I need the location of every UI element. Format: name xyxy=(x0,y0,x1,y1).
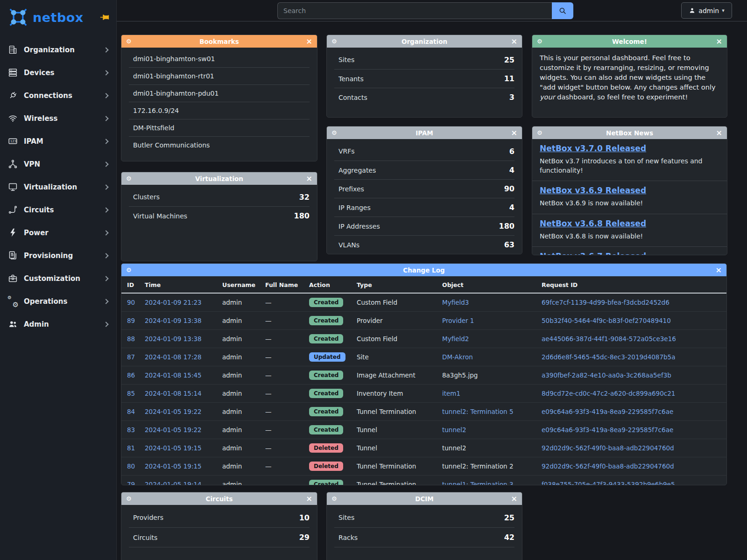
pin-sidebar-icon[interactable] xyxy=(99,12,110,22)
changelog-object-link[interactable]: Myfield3 xyxy=(442,299,469,306)
bookmark-item[interactable]: DM-Pittsfield xyxy=(129,119,310,136)
sidebar-item-vpn[interactable]: VPN xyxy=(0,153,116,175)
changelog-request-link[interactable]: 2d6d6e8f-5465-45dc-8ec3-2019d4087b5a xyxy=(542,353,675,361)
stat-row[interactable]: Aggregates4 xyxy=(334,161,514,179)
sidebar-item-virtualization[interactable]: Virtualization xyxy=(0,175,116,198)
stat-row[interactable] xyxy=(129,547,310,560)
changelog-id-link[interactable]: 87 xyxy=(127,353,135,361)
close-icon[interactable]: × xyxy=(306,495,312,503)
gear-icon[interactable]: ⚙ xyxy=(331,496,337,502)
changelog-id-link[interactable]: 90 xyxy=(127,299,135,306)
netbox-logo-icon[interactable] xyxy=(7,7,29,28)
changelog-id-link[interactable]: 86 xyxy=(127,371,135,379)
changelog-request-link[interactable]: 50b32f40-5464-4f9c-b83f-0ef270489410 xyxy=(542,317,671,324)
sidebar-item-operations[interactable]: ⚙⚙ Operations xyxy=(0,290,116,313)
changelog-time-link[interactable]: 2024-01-09 21:23 xyxy=(145,299,202,306)
sidebar-item-wireless[interactable]: Wireless xyxy=(0,107,116,130)
stat-row[interactable]: Circuits29 xyxy=(129,527,310,547)
search-button[interactable] xyxy=(552,2,573,19)
close-icon[interactable]: × xyxy=(716,38,722,45)
gear-icon[interactable]: ⚙ xyxy=(537,38,543,44)
changelog-id-link[interactable]: 85 xyxy=(127,390,135,397)
changelog-time-link[interactable]: 2024-01-09 13:38 xyxy=(145,335,202,343)
stat-row[interactable]: Virtual Machines180 xyxy=(129,206,310,225)
news-link[interactable]: NetBox v3.6.8 Released xyxy=(540,219,646,228)
close-icon[interactable]: × xyxy=(306,38,312,45)
sidebar-item-provisioning[interactable]: Provisioning xyxy=(0,244,116,267)
sidebar-item-admin[interactable]: Admin xyxy=(0,313,116,336)
stat-row[interactable]: Prefixes90 xyxy=(334,179,514,198)
sidebar-item-connections[interactable]: Connections xyxy=(0,84,116,107)
changelog-request-link[interactable]: 69fce7cf-1139-4d99-bfea-f3dcbd2452d6 xyxy=(542,299,669,306)
changelog-request-link[interactable]: 92d02d9c-562f-49f0-baa8-adb22904760d xyxy=(542,444,674,452)
close-icon[interactable]: × xyxy=(716,266,722,274)
user-menu-button[interactable]: admin ▾ xyxy=(681,2,732,19)
changelog-id-link[interactable]: 83 xyxy=(127,426,135,434)
gear-icon[interactable]: ⚙ xyxy=(126,267,132,273)
changelog-time-link[interactable]: 2024-01-05 19:14 xyxy=(145,481,202,485)
changelog-time-link[interactable]: 2024-01-08 15:14 xyxy=(145,390,202,397)
bookmark-item[interactable]: dmi01-binghamton-rtr01 xyxy=(129,67,310,84)
changelog-id-link[interactable]: 88 xyxy=(127,335,135,343)
changelog-id-link[interactable]: 80 xyxy=(127,462,135,470)
changelog-time-link[interactable]: 2024-01-05 19:15 xyxy=(145,462,202,470)
changelog-time-link[interactable]: 2024-01-05 19:15 xyxy=(145,444,202,452)
stat-row[interactable]: VRFs6 xyxy=(334,142,514,161)
stat-row[interactable] xyxy=(334,547,514,560)
changelog-id-link[interactable]: 79 xyxy=(127,481,135,485)
news-link[interactable]: NetBox v3.6.9 Released xyxy=(540,186,646,195)
changelog-request-link[interactable]: 92d02d9c-562f-49f0-baa8-adb22904760d xyxy=(542,462,674,470)
changelog-request-link[interactable]: f038e755-705e-47f3-9433-5392b9e6b9e5 xyxy=(542,481,675,485)
stat-row[interactable]: Racks42 xyxy=(334,527,514,547)
stat-row[interactable]: Sites25 xyxy=(334,508,514,527)
sidebar-item-organization[interactable]: Organization xyxy=(0,38,116,61)
changelog-object-link[interactable]: Provider 1 xyxy=(442,317,474,324)
bookmark-item[interactable]: 172.16.0.9/24 xyxy=(129,102,310,119)
stat-row[interactable]: Providers10 xyxy=(129,508,310,527)
changelog-object-link[interactable]: tunnel1: Termination 3 xyxy=(442,481,514,485)
sidebar-item-ipam[interactable]: 123 IPAM xyxy=(0,130,116,153)
changelog-object-link[interactable]: tunnel2: Termination 5 xyxy=(442,408,514,415)
close-icon[interactable]: × xyxy=(511,38,517,45)
search-input[interactable] xyxy=(277,2,552,19)
stat-row[interactable]: IP Addresses180 xyxy=(334,217,514,235)
sidebar-item-circuits[interactable]: Circuits xyxy=(0,198,116,221)
changelog-time-link[interactable]: 2024-01-05 19:22 xyxy=(145,408,202,415)
stat-row[interactable]: VLANs63 xyxy=(334,235,514,254)
sidebar-item-devices[interactable]: Devices xyxy=(0,61,116,84)
changelog-request-link[interactable]: a390fbef-2a82-4e10-aa0a-3c268aa5ef3b xyxy=(542,371,671,379)
changelog-object-link[interactable]: 8a3gh5.jpg xyxy=(442,371,478,379)
changelog-object-link[interactable]: tunnel2: Termination 2 xyxy=(442,462,514,470)
close-icon[interactable]: × xyxy=(306,175,312,182)
stat-row[interactable]: Clusters32 xyxy=(129,188,310,206)
close-icon[interactable]: × xyxy=(716,129,722,137)
stat-row[interactable]: IP Ranges4 xyxy=(334,198,514,217)
changelog-object-link[interactable]: tunnel2 xyxy=(442,426,466,434)
changelog-object-link[interactable]: Myfield2 xyxy=(442,335,469,343)
changelog-request-link[interactable]: e09c64a6-93f3-419a-8ea9-229585f7c6ae xyxy=(542,408,673,415)
gear-icon[interactable]: ⚙ xyxy=(126,175,132,182)
changelog-request-link[interactable]: e09c64a6-93f3-419a-8ea9-229585f7c6ae xyxy=(542,426,673,434)
gear-icon[interactable]: ⚙ xyxy=(537,130,543,136)
close-icon[interactable]: × xyxy=(511,129,517,137)
bookmark-item[interactable]: Butler Communications xyxy=(129,136,310,154)
changelog-object-link[interactable]: tunnel2 xyxy=(442,444,466,452)
close-icon[interactable]: × xyxy=(511,495,517,503)
changelog-request-link[interactable]: 8d9cd72e-cd0c-47c2-a620-dc899a690c21 xyxy=(542,390,675,397)
stat-row[interactable]: Contacts3 xyxy=(334,88,514,106)
changelog-id-link[interactable]: 89 xyxy=(127,317,135,324)
gear-icon[interactable]: ⚙ xyxy=(331,130,337,136)
bookmark-item[interactable]: dmi01-binghamton-pdu01 xyxy=(129,84,310,102)
changelog-object-link[interactable]: DM-Akron xyxy=(442,353,473,361)
news-link[interactable]: NetBox v3.6.7 Released xyxy=(540,252,646,255)
changelog-time-link[interactable]: 2024-01-08 17:28 xyxy=(145,353,202,361)
sidebar-item-power[interactable]: Power xyxy=(0,221,116,244)
changelog-request-link[interactable]: ae445066-387d-44f1-9084-572a05ce3e16 xyxy=(542,335,676,343)
gear-icon[interactable]: ⚙ xyxy=(331,38,337,44)
gear-icon[interactable]: ⚙ xyxy=(126,496,132,502)
changelog-time-link[interactable]: 2024-01-09 13:38 xyxy=(145,317,202,324)
changelog-id-link[interactable]: 81 xyxy=(127,444,135,452)
changelog-time-link[interactable]: 2024-01-05 19:22 xyxy=(145,426,202,434)
brand-logo-text[interactable]: netbox xyxy=(33,10,99,25)
gear-icon[interactable]: ⚙ xyxy=(126,38,132,44)
